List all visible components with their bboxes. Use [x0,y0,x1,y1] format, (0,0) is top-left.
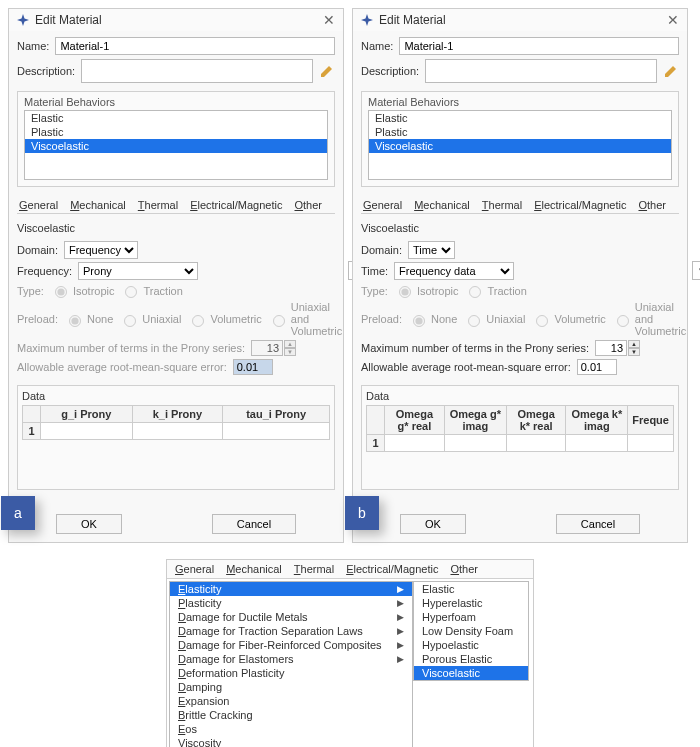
behavior-item[interactable]: Elastic [369,111,671,125]
behavior-item[interactable]: Plastic [25,125,327,139]
data-group: Data Omega g* real Omega g* imag Omega k… [361,385,679,490]
edit-material-dialog-a: Edit Material ✕ Name: Description: Mater… [8,8,344,543]
description-label: Description: [17,65,75,77]
tab-other[interactable]: Other [638,197,666,213]
ok-button[interactable]: OK [56,514,122,534]
panel-badge-a: a [1,496,35,530]
mechanical-menu[interactable]: Elasticity▶Plasticity▶Damage for Ductile… [169,581,413,747]
tab-mechanical[interactable]: Mechanical [226,563,282,575]
menu-item[interactable]: Damage for Traction Separation Laws▶ [170,624,412,638]
app-icon [17,14,29,26]
preload-uniaxial-radio [124,315,136,327]
tab-electrical[interactable]: Electrical/Magnetic [190,197,282,213]
menu-item[interactable]: Elasticity▶ [170,582,412,596]
category-tabs: General Mechanical Thermal Electrical/Ma… [17,197,335,214]
tab-mechanical[interactable]: Mechanical [414,197,470,213]
submenu-item[interactable]: Low Density Foam [414,624,528,638]
close-icon[interactable]: ✕ [323,13,335,27]
behavior-item[interactable]: Viscoelastic [369,139,671,153]
type-traction-radio [469,286,481,298]
behavior-item[interactable]: Elastic [25,111,327,125]
tab-thermal[interactable]: Thermal [138,197,178,213]
behaviors-listbox[interactable]: ElasticPlasticViscoelastic [24,110,328,180]
max-terms-spinner[interactable]: ▲▼ [595,340,640,356]
ok-button[interactable]: OK [400,514,466,534]
behavior-item[interactable]: Plastic [369,125,671,139]
prony-table[interactable]: g_i Prony k_i Prony tau_i Prony 1 [22,405,330,440]
titlebar: Edit Material ✕ [353,9,687,31]
time-select[interactable]: Frequency data [394,262,514,280]
category-tabs: General Mechanical Thermal Electrical/Ma… [167,560,533,579]
frequency-label: Frequency: [17,265,72,277]
name-input[interactable] [399,37,679,55]
type-isotropic-radio [399,286,411,298]
menu-item[interactable]: Expansion [170,694,412,708]
behavior-item[interactable]: Viscoelastic [25,139,327,153]
type-label: Type: [361,285,388,297]
menu-item[interactable]: Viscosity [170,736,412,747]
tab-other[interactable]: Other [294,197,322,213]
viscoelastic-heading: Viscoelastic [361,222,679,234]
edit-description-icon[interactable] [319,63,335,79]
menu-item[interactable]: Brittle Cracking [170,708,412,722]
category-tabs: General Mechanical Thermal Electrical/Ma… [361,197,679,214]
menu-item[interactable]: Eos [170,722,412,736]
tab-general[interactable]: General [363,197,402,213]
submenu-item[interactable]: Porous Elastic [414,652,528,666]
rms-input [233,359,273,375]
tab-mechanical[interactable]: Mechanical [70,197,126,213]
suboptions-button[interactable]: ▾ Suboptions [692,261,700,280]
description-input[interactable] [81,59,313,83]
tab-thermal[interactable]: Thermal [482,197,522,213]
app-icon [361,14,373,26]
type-label: Type: [17,285,44,297]
tab-electrical[interactable]: Electrical/Magnetic [534,197,626,213]
name-label: Name: [361,40,393,52]
description-input[interactable] [425,59,657,83]
name-input[interactable] [55,37,335,55]
domain-select[interactable]: Frequency [64,241,138,259]
max-terms-spinner: ▲▼ [251,340,296,356]
rms-label: Allowable average root-mean-square error… [361,361,571,373]
tab-thermal[interactable]: Thermal [294,563,334,575]
name-label: Name: [17,40,49,52]
menu-item[interactable]: Deformation Plasticity [170,666,412,680]
menu-item[interactable]: Damping [170,680,412,694]
close-icon[interactable]: ✕ [667,13,679,27]
panel-badge-b: b [345,496,379,530]
submenu-item[interactable]: Viscoelastic [414,666,528,680]
submenu-item[interactable]: Hypoelastic [414,638,528,652]
rms-input[interactable] [577,359,617,375]
edit-material-dialog-b: Edit Material ✕ Name: Description: Mater… [352,8,688,543]
preload-both-radio [617,315,629,327]
submenu-item[interactable]: Hyperelastic [414,596,528,610]
material-behaviors-group: Material Behaviors ElasticPlasticViscoel… [361,91,679,187]
tab-other[interactable]: Other [450,563,478,575]
cancel-button[interactable]: Cancel [212,514,296,534]
menu-item[interactable]: Damage for Ductile Metals▶ [170,610,412,624]
preload-uniaxial-radio [468,315,480,327]
edit-description-icon[interactable] [663,63,679,79]
type-traction-radio [125,286,137,298]
menu-item[interactable]: Plasticity▶ [170,596,412,610]
elasticity-submenu[interactable]: ElasticHyperelasticHyperfoamLow Density … [413,581,529,681]
type-isotropic-radio [55,286,67,298]
cancel-button[interactable]: Cancel [556,514,640,534]
tab-electrical[interactable]: Electrical/Magnetic [346,563,438,575]
time-label: Time: [361,265,388,277]
menu-item[interactable]: Damage for Fiber-Reinforced Composites▶ [170,638,412,652]
frequency-select[interactable]: Prony [78,262,198,280]
dialog-title: Edit Material [379,13,446,27]
data-group: Data g_i Prony k_i Prony tau_i Prony 1 [17,385,335,490]
submenu-item[interactable]: Hyperfoam [414,610,528,624]
submenu-item[interactable]: Elastic [414,582,528,596]
behaviors-listbox[interactable]: ElasticPlasticViscoelastic [368,110,672,180]
preload-none-radio [413,315,425,327]
titlebar: Edit Material ✕ [9,9,343,31]
tab-general[interactable]: General [175,563,214,575]
freq-data-table[interactable]: Omega g* real Omega g* imag Omega k* rea… [366,405,674,452]
menu-item[interactable]: Damage for Elastomers▶ [170,652,412,666]
domain-select[interactable]: Time [408,241,455,259]
behaviors-label: Material Behaviors [24,96,328,108]
tab-general[interactable]: General [19,197,58,213]
